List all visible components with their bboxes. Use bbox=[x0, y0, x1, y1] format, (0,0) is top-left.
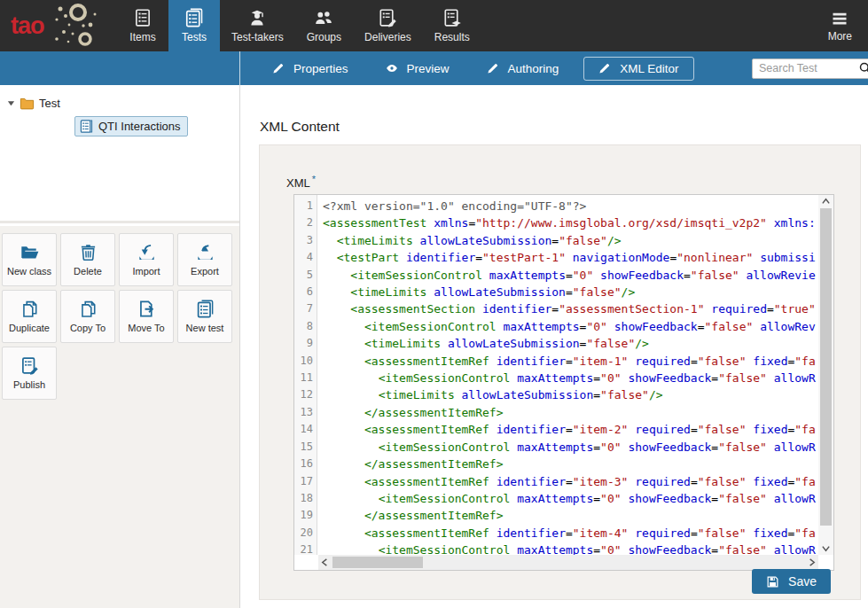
vertical-scroll-thumb[interactable] bbox=[820, 208, 832, 526]
move-icon bbox=[137, 300, 156, 318]
toolbar-button-label: Preview bbox=[407, 62, 450, 75]
scroll-up-icon[interactable] bbox=[821, 197, 831, 207]
action-button-label: New class bbox=[7, 266, 51, 277]
action-button-label: Delete bbox=[74, 266, 102, 277]
code-line: <assessmentItemRef identifier="item-3" r… bbox=[323, 473, 818, 490]
line-number: 15 bbox=[294, 439, 317, 456]
nav-item-results[interactable]: Results bbox=[423, 0, 481, 51]
code-line: <assessmentItemRef identifier="item-1" r… bbox=[323, 353, 818, 370]
delete-button[interactable]: Delete bbox=[60, 233, 115, 286]
nav-item-label: Deliveries bbox=[364, 31, 411, 43]
eye-icon bbox=[386, 62, 398, 74]
scroll-down-icon[interactable] bbox=[821, 543, 831, 553]
save-icon bbox=[766, 575, 779, 589]
move-to-button[interactable]: Move To bbox=[119, 290, 174, 343]
tao-logo[interactable]: tao bbox=[0, 0, 117, 51]
line-number: 18 bbox=[294, 490, 317, 507]
nav-item-label: Test-takers bbox=[231, 31, 284, 43]
horizontal-scrollbar[interactable] bbox=[318, 555, 818, 570]
tao-logo-dots-icon bbox=[39, 2, 99, 50]
line-number: 8 bbox=[294, 318, 317, 335]
vertical-scrollbar[interactable] bbox=[818, 195, 833, 555]
nav-item-test-takers[interactable]: Test-takers bbox=[220, 0, 295, 51]
tree-node-test[interactable]: Test bbox=[7, 96, 239, 111]
scroll-left-icon[interactable] bbox=[320, 557, 330, 567]
code-line: <timeLimits allowLateSubmission="false"/… bbox=[323, 386, 818, 403]
nav-item-more[interactable]: More bbox=[812, 0, 868, 51]
line-number: 6 bbox=[294, 284, 317, 300]
import-button[interactable]: Import bbox=[119, 233, 174, 286]
page-title: XML Content bbox=[260, 119, 340, 135]
more-icon bbox=[831, 10, 848, 27]
action-button-label: Import bbox=[132, 266, 160, 277]
save-button-label: Save bbox=[788, 574, 817, 589]
code-line: <itemSessionControl maxAttempts="0" show… bbox=[323, 542, 818, 555]
code-line: <assessmentTest xmlns="http://www.imsglo… bbox=[323, 214, 818, 231]
line-number-gutter: 123456789101112131415161718192021 bbox=[294, 195, 317, 555]
line-number: 5 bbox=[294, 267, 317, 284]
nav-item-items[interactable]: Items bbox=[117, 0, 168, 51]
sidebar: Test QTI Interactions New classDeleteImp… bbox=[0, 85, 240, 608]
code-line: <itemSessionControl maxAttempts="0" show… bbox=[323, 439, 818, 456]
pencil-icon bbox=[272, 62, 285, 74]
app-window: tao ItemsTestsTest-takersGroupsDeliverie… bbox=[0, 0, 868, 608]
save-button[interactable]: Save bbox=[752, 569, 831, 594]
toolbar-left-spacer bbox=[0, 51, 240, 85]
xml-editor[interactable]: 123456789101112131415161718192021 <?xml … bbox=[293, 194, 834, 571]
code-line: <assessmentItemRef identifier="item-2" r… bbox=[323, 421, 818, 438]
line-number: 17 bbox=[294, 473, 317, 490]
code-line: <itemSessionControl maxAttempts="0" show… bbox=[323, 267, 818, 284]
sidebar-action-grid: New classDeleteImportExportDuplicateCopy… bbox=[0, 226, 239, 608]
export-button[interactable]: Export bbox=[177, 233, 232, 286]
top-navbar: tao ItemsTestsTest-takersGroupsDeliverie… bbox=[0, 0, 868, 51]
toolbar-button-preview[interactable]: Preview bbox=[373, 57, 462, 81]
tests-icon bbox=[184, 8, 204, 27]
nav-item-deliveries[interactable]: Deliveries bbox=[353, 0, 423, 51]
publish-icon bbox=[20, 356, 39, 375]
line-number: 9 bbox=[294, 335, 317, 352]
search-input[interactable] bbox=[752, 58, 868, 79]
line-number: 10 bbox=[294, 353, 317, 370]
test-doc-icon bbox=[80, 120, 93, 133]
nav-item-groups[interactable]: Groups bbox=[295, 0, 353, 51]
duplicate-button[interactable]: Duplicate bbox=[2, 290, 57, 343]
scrollbar-corner bbox=[818, 555, 833, 570]
toolbar-button-properties[interactable]: Properties bbox=[260, 57, 361, 81]
copy-to-button[interactable]: Copy To bbox=[60, 290, 115, 343]
caret-down-icon[interactable] bbox=[7, 99, 15, 107]
groups-icon bbox=[314, 8, 333, 27]
horizontal-scroll-thumb[interactable] bbox=[332, 557, 423, 568]
action-button-label: Copy To bbox=[70, 323, 106, 333]
code-area[interactable]: <?xml version="1.0" encoding="UTF-8"?><a… bbox=[318, 195, 818, 555]
code-line: <timeLimits allowLateSubmission="false"/… bbox=[323, 335, 818, 352]
xml-field-label: XML* bbox=[286, 174, 316, 190]
code-line: <itemSessionControl maxAttempts="0" show… bbox=[323, 490, 818, 507]
resource-tree: Test QTI Interactions bbox=[0, 85, 239, 223]
nav-item-tests[interactable]: Tests bbox=[168, 0, 220, 51]
search-icon[interactable] bbox=[858, 61, 868, 79]
code-line: <testPart identifier="testPart-1" naviga… bbox=[323, 249, 818, 266]
action-button-label: Duplicate bbox=[9, 323, 50, 333]
new-class-icon bbox=[20, 243, 39, 261]
new-class-button[interactable]: New class bbox=[2, 233, 57, 286]
code-line: <assessmentItemRef identifier="item-4" r… bbox=[323, 525, 818, 542]
code-line: </assessmentItemRef> bbox=[323, 456, 818, 472]
line-number: 11 bbox=[294, 370, 317, 386]
new-test-button[interactable]: New test bbox=[177, 290, 232, 343]
publish-button[interactable]: Publish bbox=[2, 347, 57, 400]
nav-item-label: Groups bbox=[307, 31, 341, 43]
items-icon bbox=[133, 8, 152, 27]
code-line: <?xml version="1.0" encoding="UTF-8"?> bbox=[323, 198, 818, 214]
nav-item-label: Items bbox=[129, 31, 155, 43]
toolbar-button-authoring[interactable]: Authoring bbox=[474, 57, 572, 81]
scroll-right-icon[interactable] bbox=[807, 557, 817, 567]
tree-node-qti-interactions[interactable]: QTI Interactions bbox=[74, 116, 188, 136]
toolbar-button-xml-editor[interactable]: XML Editor bbox=[583, 57, 693, 81]
line-number: 21 bbox=[294, 542, 317, 558]
code-line: </assessmentItemRef> bbox=[323, 404, 818, 421]
nav-item-label: Tests bbox=[182, 31, 207, 43]
xml-content-panel: XML* 123456789101112131415161718192021 <… bbox=[259, 144, 861, 600]
line-number: 13 bbox=[294, 404, 317, 421]
tao-logo-text: tao bbox=[11, 12, 44, 40]
deliveries-icon bbox=[378, 8, 397, 27]
